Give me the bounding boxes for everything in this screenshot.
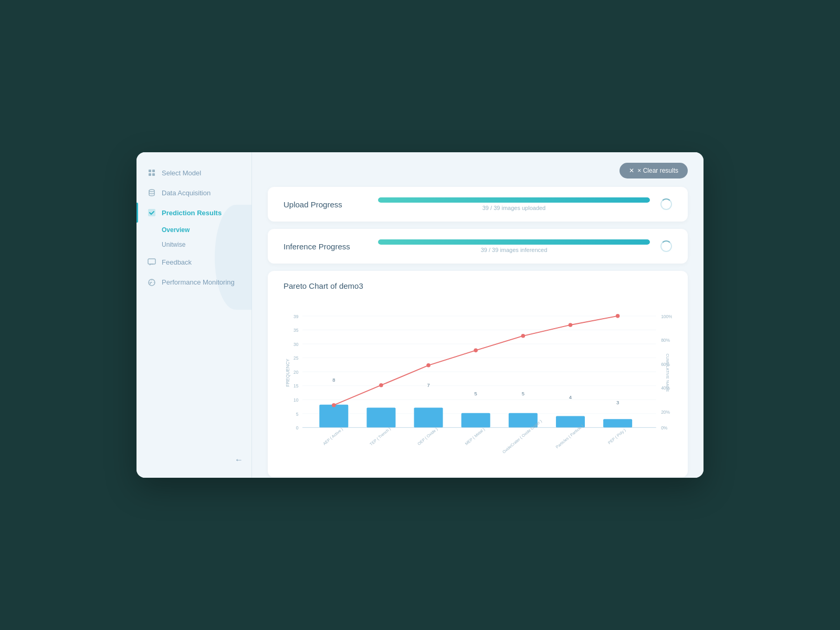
bar-mep <box>461 413 490 428</box>
cube-icon <box>147 168 156 177</box>
sidebar: Select Model Data Acquisition Predict <box>136 152 252 478</box>
upload-progress-sub: 39 / 39 images uploaded <box>378 205 650 211</box>
cumline-dot-6 <box>569 323 573 327</box>
sidebar-label-prediction-results: Prediction Results <box>162 209 222 217</box>
inference-progress-card: Inference Progress 39 / 39 images infere… <box>268 229 688 264</box>
cumline-dot-1 <box>332 403 336 407</box>
svg-point-4 <box>149 190 154 192</box>
svg-text:0: 0 <box>296 425 299 430</box>
svg-text:TEP ( Trench ): TEP ( Trench ) <box>369 426 392 447</box>
clear-results-label: × Clear results <box>637 167 678 174</box>
svg-text:MEP ( Metal ): MEP ( Metal ) <box>464 427 486 446</box>
inference-progress-bar-container: 39 / 39 images inferenced <box>378 239 650 253</box>
svg-rect-2 <box>149 173 151 176</box>
sidebar-label-select-model: Select Model <box>162 169 201 177</box>
clear-icon: ✕ <box>629 167 634 174</box>
svg-text:FREQUENCY: FREQUENCY <box>285 359 290 387</box>
cumline-dot-3 <box>426 363 430 368</box>
clear-results-button[interactable]: ✕ × Clear results <box>620 163 688 178</box>
svg-text:8: 8 <box>332 377 335 383</box>
svg-text:OEP ( Oxide ): OEP ( Oxide ) <box>417 427 439 446</box>
svg-text:0%: 0% <box>661 425 668 430</box>
check-icon <box>147 208 156 217</box>
cumline-dot-5 <box>521 334 526 338</box>
svg-rect-0 <box>149 170 151 172</box>
svg-text:PEP ( Poly ): PEP ( Poly ) <box>607 427 627 445</box>
upload-progress-bar-container: 39 / 39 images uploaded <box>378 197 650 211</box>
svg-text:35: 35 <box>293 328 299 333</box>
svg-text:25: 25 <box>293 355 299 361</box>
chat-icon <box>147 257 156 267</box>
upload-progress-track <box>378 197 650 203</box>
svg-text:20%: 20% <box>661 410 670 415</box>
svg-text:80%: 80% <box>661 338 670 343</box>
inference-spinner <box>660 240 672 252</box>
pareto-chart-svg: 39 35 30 25 20 15 10 5 0 FREQUENCY 100% … <box>284 299 672 467</box>
svg-text:3: 3 <box>616 400 619 405</box>
main-window: Select Model Data Acquisition Predict <box>136 152 704 478</box>
svg-rect-1 <box>152 170 155 172</box>
pareto-chart-title: Pareto Chart of demo3 <box>284 281 672 290</box>
gauge-icon <box>147 277 156 287</box>
upload-progress-fill <box>378 197 650 203</box>
svg-text:5: 5 <box>475 391 477 396</box>
main-content: ✕ × Clear results Upload Progress 39 / 3… <box>252 152 704 478</box>
svg-text:5: 5 <box>522 391 524 396</box>
collapse-sidebar-button[interactable]: ← <box>232 453 246 467</box>
svg-text:100%: 100% <box>661 314 672 319</box>
upload-progress-label: Upload Progress <box>284 200 368 209</box>
bar-aep <box>319 405 348 428</box>
pareto-chart-card: Pareto Chart of demo3 39 35 30 25 20 15 … <box>268 271 688 477</box>
inference-progress-sub: 39 / 39 images inferenced <box>378 247 650 253</box>
svg-text:AEP ( Active ): AEP ( Active ) <box>322 427 344 446</box>
bar-pep <box>603 419 632 427</box>
cumline-dot-2 <box>379 383 383 387</box>
cumline-dot-7 <box>616 314 620 318</box>
sidebar-item-prediction-results[interactable]: Prediction Results <box>136 203 251 223</box>
svg-text:30: 30 <box>293 342 299 347</box>
svg-text:20: 20 <box>293 370 299 375</box>
pareto-chart-area: 39 35 30 25 20 15 10 5 0 FREQUENCY 100% … <box>284 299 672 467</box>
svg-rect-3 <box>152 173 155 176</box>
inference-progress-label: Inference Progress <box>284 242 368 251</box>
bar-oep <box>414 407 443 427</box>
sidebar-item-performance-monitoring[interactable]: Performance Monitoring <box>136 272 251 292</box>
upload-spinner <box>660 198 672 210</box>
main-header: ✕ × Clear results <box>268 163 688 178</box>
svg-text:39: 39 <box>293 314 299 319</box>
database-icon <box>147 188 156 197</box>
sidebar-label-performance-monitoring: Performance Monitoring <box>162 278 235 286</box>
inference-progress-fill <box>378 239 650 245</box>
bar-tep <box>366 407 395 427</box>
sidebar-item-data-acquisition[interactable]: Data Acquisition <box>136 183 251 203</box>
cumline-dot-4 <box>474 349 478 353</box>
svg-rect-6 <box>148 259 155 264</box>
sidebar-label-data-acquisition: Data Acquisition <box>162 189 211 197</box>
sidebar-item-feedback[interactable]: Feedback <box>136 252 251 272</box>
sidebar-label-feedback: Feedback <box>162 258 192 266</box>
svg-text:7: 7 <box>427 382 429 388</box>
sidebar-item-select-model[interactable]: Select Model <box>136 163 251 183</box>
inference-progress-track <box>378 239 650 245</box>
svg-text:5: 5 <box>296 412 299 417</box>
svg-text:CUMULATIVE %AGE: CUMULATIVE %AGE <box>665 353 670 392</box>
svg-text:15: 15 <box>293 383 299 388</box>
upload-progress-card: Upload Progress 39 / 39 images uploaded <box>268 187 688 222</box>
svg-text:4: 4 <box>569 394 572 400</box>
svg-text:10: 10 <box>293 397 299 403</box>
